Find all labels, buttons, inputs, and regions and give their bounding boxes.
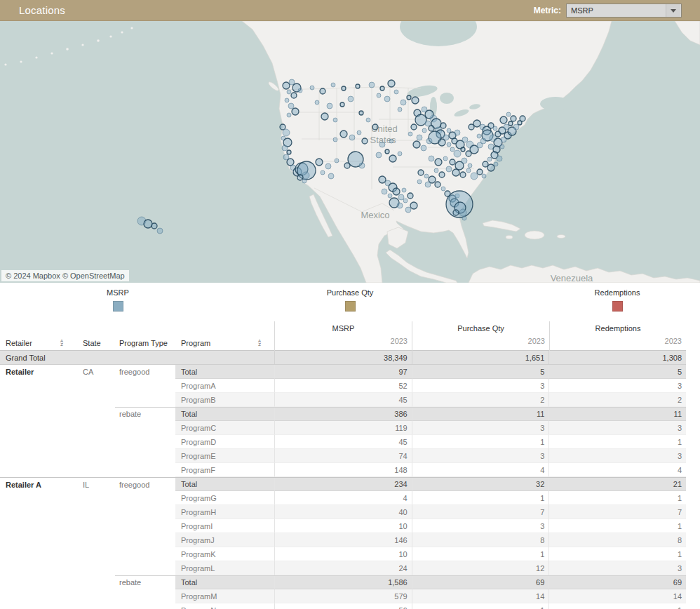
location-bubble[interactable] — [462, 216, 466, 220]
location-bubble[interactable] — [426, 138, 432, 144]
location-bubble[interactable] — [283, 129, 290, 136]
location-bubble[interactable] — [377, 93, 381, 98]
table-row[interactable]: RetailerCAfreegoodTotal9755 — [0, 365, 686, 379]
location-bubble[interactable] — [362, 138, 368, 144]
location-bubble[interactable] — [447, 142, 451, 147]
location-bubble[interactable] — [349, 135, 355, 140]
location-bubble[interactable] — [316, 159, 323, 166]
location-bubble[interactable] — [366, 118, 370, 122]
location-bubble[interactable] — [287, 150, 291, 154]
location-bubble[interactable] — [425, 182, 431, 187]
location-bubble[interactable] — [393, 188, 400, 195]
location-bubble[interactable] — [348, 96, 354, 102]
table-row[interactable]: ProgramC11933 — [0, 421, 686, 435]
location-bubble[interactable] — [403, 199, 408, 203]
location-bubble[interactable] — [473, 120, 480, 127]
location-bubble[interactable] — [342, 86, 346, 91]
location-bubble[interactable] — [388, 194, 392, 198]
location-bubble[interactable] — [335, 159, 339, 163]
location-bubble[interactable] — [459, 209, 466, 216]
location-bubble[interactable] — [477, 169, 483, 175]
location-bubble[interactable] — [429, 156, 434, 161]
location-bubble[interactable] — [440, 123, 446, 128]
location-bubble[interactable] — [320, 88, 325, 94]
legend-item-redemptions[interactable]: Redemptions — [575, 288, 659, 312]
location-bubble[interactable] — [389, 139, 393, 143]
location-bubble[interactable] — [382, 189, 387, 194]
location-bubble[interactable] — [397, 203, 403, 208]
location-bubble[interactable] — [380, 86, 384, 91]
location-bubble[interactable] — [384, 96, 390, 102]
location-bubble[interactable] — [462, 137, 468, 142]
location-bubble[interactable] — [487, 157, 492, 161]
legend-swatch-redemptions[interactable] — [612, 301, 623, 312]
location-bubble[interactable] — [418, 170, 424, 175]
location-bubble[interactable] — [310, 86, 314, 90]
location-bubble[interactable] — [438, 139, 445, 146]
location-bubble[interactable] — [500, 145, 504, 149]
location-bubble[interactable] — [407, 95, 411, 100]
location-bubble[interactable] — [328, 173, 334, 179]
table-row[interactable]: ProgramG411 — [0, 491, 686, 505]
table-row[interactable]: ProgramL24123 — [0, 561, 686, 575]
location-bubble[interactable] — [421, 145, 426, 151]
location-bubble[interactable] — [493, 126, 497, 130]
location-bubble[interactable] — [321, 113, 328, 120]
table-row[interactable]: ProgramD4511 — [0, 435, 686, 449]
metric-dropdown[interactable]: MSRP — [566, 4, 682, 18]
location-bubble[interactable] — [297, 175, 303, 180]
location-bubble[interactable] — [315, 100, 319, 105]
location-bubble[interactable] — [466, 168, 471, 173]
location-bubble[interactable] — [450, 159, 455, 165]
location-bubble[interactable] — [422, 128, 426, 133]
location-bubble[interactable] — [333, 138, 337, 142]
location-bubble[interactable] — [398, 194, 404, 200]
location-bubble[interactable] — [359, 111, 363, 115]
location-bubble[interactable] — [402, 188, 406, 192]
location-bubble[interactable] — [376, 152, 382, 158]
col-header-program[interactable]: Program — [181, 339, 210, 347]
location-bubble[interactable] — [417, 180, 422, 184]
location-bubble[interactable] — [500, 116, 507, 123]
metric-dropdown-button[interactable] — [666, 4, 680, 17]
location-bubble[interactable] — [450, 147, 455, 152]
measure-header-purchase-qty[interactable]: Purchase Qty 2023 — [412, 321, 549, 351]
location-bubble[interactable] — [394, 90, 398, 94]
location-bubble[interactable] — [331, 83, 335, 87]
location-bubble[interactable] — [369, 82, 375, 88]
table-row[interactable]: ProgramH4077 — [0, 505, 686, 519]
location-bubble[interactable] — [454, 150, 461, 157]
table-row[interactable]: ProgramE7433 — [0, 449, 686, 463]
legend-item-msrp[interactable]: MSRP — [76, 288, 160, 312]
location-bubble[interactable] — [282, 145, 288, 151]
location-bubble[interactable] — [453, 210, 459, 215]
location-bubble[interactable] — [372, 124, 378, 130]
location-bubble[interactable] — [413, 141, 420, 148]
location-bubble[interactable] — [287, 90, 291, 94]
location-bubble[interactable] — [487, 164, 494, 171]
location-bubble[interactable] — [287, 159, 294, 166]
location-bubble[interactable] — [283, 82, 290, 89]
location-bubble[interactable] — [398, 152, 402, 156]
locations-map[interactable]: UnitedStatesMexicoVenezuela © 2024 Mapbo… — [0, 21, 700, 283]
location-bubble[interactable] — [435, 159, 442, 166]
sort-az-icon[interactable]: A Z — [59, 340, 65, 347]
location-bubble[interactable] — [388, 80, 395, 87]
location-bubble[interactable] — [152, 223, 157, 229]
location-bubble[interactable] — [429, 126, 434, 131]
location-bubble[interactable] — [385, 149, 389, 154]
location-bubble[interactable] — [389, 155, 396, 162]
table-row[interactable]: rebateTotal1,5866969 — [0, 575, 686, 589]
location-bubble[interactable] — [455, 130, 460, 135]
location-bubble[interactable] — [443, 156, 447, 161]
location-bubble[interactable] — [327, 103, 332, 109]
table-row[interactable]: ProgramF14844 — [0, 463, 686, 477]
location-bubble[interactable] — [321, 170, 325, 175]
table-row[interactable]: ProgramJ14688 — [0, 533, 686, 547]
location-bubble[interactable] — [291, 93, 297, 98]
location-bubble[interactable] — [333, 118, 337, 122]
location-bubble[interactable] — [379, 142, 385, 147]
location-bubble[interactable] — [482, 174, 486, 178]
location-bubble[interactable] — [412, 97, 419, 104]
location-bubble[interactable] — [285, 98, 289, 102]
